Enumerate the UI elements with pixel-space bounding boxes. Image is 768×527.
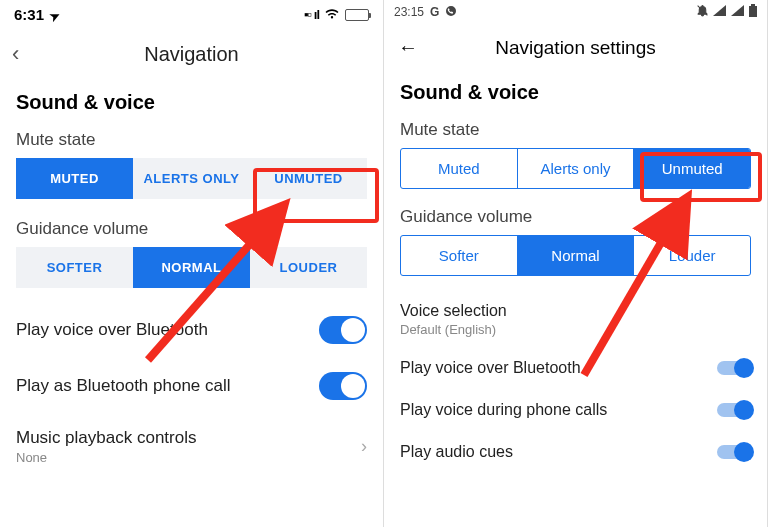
segment-softer[interactable]: Softer <box>401 236 518 275</box>
segment-louder[interactable]: LOUDER <box>250 247 367 288</box>
segment-unmuted[interactable]: Unmuted <box>634 149 750 188</box>
battery-icon <box>345 9 369 21</box>
status-time: 6:31 ➤ <box>14 6 60 23</box>
toggle-switch[interactable] <box>319 372 367 400</box>
row-label: Voice selection <box>400 302 751 320</box>
toggle-label: Play voice during phone calls <box>400 401 607 419</box>
ios-status-bar: 6:31 ➤ ▪▫ ıl <box>0 0 383 27</box>
svg-rect-4 <box>751 4 755 6</box>
segment-muted[interactable]: MUTED <box>16 158 133 199</box>
guidance-volume-label: Guidance volume <box>384 201 767 235</box>
segment-softer[interactable]: SOFTER <box>16 247 133 288</box>
toggle-switch[interactable] <box>717 403 751 417</box>
mute-state-label: Mute state <box>0 124 383 158</box>
mute-icon <box>696 4 709 20</box>
back-button[interactable]: ← <box>398 36 418 59</box>
toggle-switch[interactable] <box>717 361 751 375</box>
row-label: Music playback controls <box>16 428 196 448</box>
toggle-label: Play audio cues <box>400 443 513 461</box>
ios-header: ‹ Navigation <box>0 27 383 77</box>
toggle-row-bt-call: Play as Bluetooth phone call <box>0 358 383 414</box>
wifi-icon <box>324 6 340 23</box>
voice-selection-row[interactable]: Voice selection Default (English) <box>384 288 767 347</box>
toggle-row-audio-cues: Play audio cues <box>384 431 767 473</box>
segment-normal[interactable]: Normal <box>518 236 635 275</box>
signal-icon-2 <box>731 5 745 20</box>
chevron-right-icon: › <box>361 436 367 457</box>
toggle-row-bluetooth: Play voice over Bluetooth <box>384 347 767 389</box>
guidance-segmented: Softer Normal Louder <box>400 235 751 276</box>
segment-louder[interactable]: Louder <box>634 236 750 275</box>
cellular-icon: ▪▫ ıl <box>304 7 319 22</box>
section-heading: Sound & voice <box>384 67 767 114</box>
android-header: ← Navigation settings <box>384 24 767 67</box>
battery-icon <box>749 4 757 20</box>
toggle-row-phone-calls: Play voice during phone calls <box>384 389 767 431</box>
svg-marker-2 <box>713 5 726 16</box>
android-status-bar: 23:15 G <box>384 0 767 24</box>
toggle-label: Play voice over Bluetooth <box>16 320 208 340</box>
segment-unmuted[interactable]: UNMUTED <box>250 158 367 199</box>
row-sub-value: Default (English) <box>400 322 751 337</box>
phone-icon <box>445 5 457 20</box>
page-title: Navigation <box>36 43 347 66</box>
music-playback-row[interactable]: Music playback controls None › <box>0 414 383 479</box>
segment-muted[interactable]: Muted <box>401 149 518 188</box>
location-icon: ➤ <box>48 8 63 25</box>
toggle-switch[interactable] <box>717 445 751 459</box>
toggle-row-bluetooth: Play voice over Bluetooth <box>0 302 383 358</box>
android-screen: 23:15 G ← Navigation settings Sound & vo… <box>384 0 768 527</box>
status-time: 23:15 <box>394 5 424 19</box>
guidance-segmented: SOFTER NORMAL LOUDER <box>16 247 367 288</box>
back-button[interactable]: ‹ <box>12 41 36 67</box>
page-title: Navigation settings <box>418 37 733 59</box>
svg-rect-5 <box>749 6 757 17</box>
toggle-label: Play voice over Bluetooth <box>400 359 581 377</box>
ios-screen: 6:31 ➤ ▪▫ ıl ‹ Navigation Sound & voice … <box>0 0 384 527</box>
guidance-volume-label: Guidance volume <box>0 213 383 247</box>
mute-segmented: MUTED ALERTS ONLY UNMUTED <box>16 158 367 199</box>
google-icon: G <box>430 5 439 19</box>
section-heading: Sound & voice <box>0 77 383 124</box>
toggle-switch[interactable] <box>319 316 367 344</box>
segment-alerts-only[interactable]: Alerts only <box>518 149 635 188</box>
signal-icon <box>713 5 727 20</box>
mute-segmented: Muted Alerts only Unmuted <box>400 148 751 189</box>
row-sub-value: None <box>16 450 196 465</box>
mute-state-label: Mute state <box>384 114 767 148</box>
svg-marker-3 <box>731 5 744 16</box>
toggle-label: Play as Bluetooth phone call <box>16 376 231 396</box>
segment-normal[interactable]: NORMAL <box>133 247 250 288</box>
segment-alerts-only[interactable]: ALERTS ONLY <box>133 158 250 199</box>
